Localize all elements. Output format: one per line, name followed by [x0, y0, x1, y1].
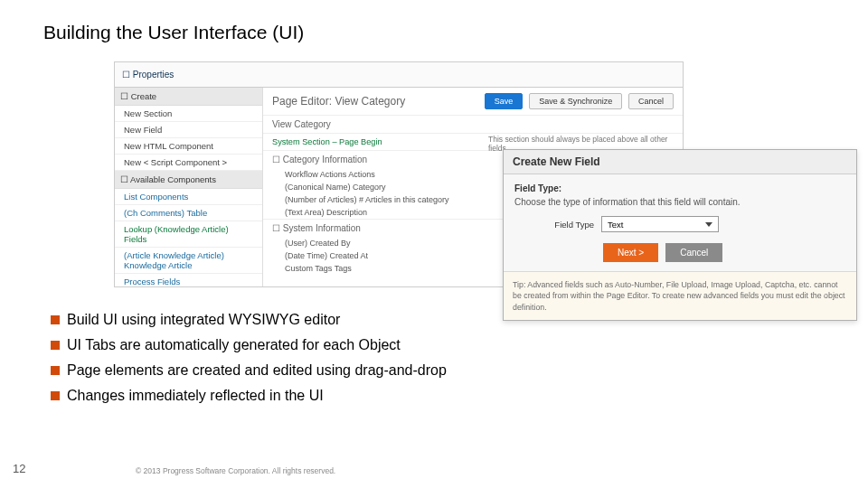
- bullet-item: Build UI using integrated WYSIWYG editor: [51, 312, 447, 328]
- save-button[interactable]: Save: [485, 93, 524, 109]
- dialog-title: Create New Field: [504, 150, 856, 174]
- chevron-down-icon: [705, 222, 712, 227]
- bullet-text: UI Tabs are automatically generated for …: [67, 337, 401, 353]
- sidebar-item[interactable]: New < Script Component >: [115, 155, 262, 171]
- sidebar-item[interactable]: (Ch Comments) Table: [115, 205, 262, 221]
- bullet-text: Page elements are created and edited usi…: [67, 362, 447, 379]
- cancel-button[interactable]: Cancel: [665, 243, 722, 262]
- page-editor-title: Page Editor: View Category: [272, 95, 405, 108]
- sidebar-item[interactable]: (Article Knowledge Article) Knowledge Ar…: [115, 248, 262, 274]
- bullet-text: Build UI using integrated WYSIWYG editor: [67, 312, 340, 328]
- field-type-select[interactable]: Text: [601, 216, 719, 232]
- properties-label: ☐ Properties: [122, 70, 174, 80]
- field-type-heading: Field Type:: [514, 183, 845, 193]
- slide: Building the User Interface (UI) ☐ Prope…: [0, 0, 868, 488]
- view-category-label: View Category: [263, 116, 683, 134]
- bullet-list: Build UI using integrated WYSIWYG editor…: [51, 303, 447, 413]
- field-type-label: Field Type: [536, 220, 594, 230]
- slide-title: Building the User Interface (UI): [43, 22, 304, 43]
- create-new-field-dialog: Create New Field Field Type: Choose the …: [503, 149, 857, 321]
- field-type-hint: Choose the type of information that this…: [514, 197, 845, 207]
- bullet-icon: [51, 315, 60, 324]
- field-type-value: Text: [608, 220, 623, 230]
- sidebar-available-header: ☐ Available Components: [115, 171, 262, 189]
- properties-bar: ☐ Properties: [115, 62, 683, 88]
- bullet-item: UI Tabs are automatically generated for …: [51, 337, 447, 353]
- dialog-tip: Tip: Advanced fields such as Auto-Number…: [504, 271, 856, 320]
- sidebar-create-header: ☐ Create: [115, 88, 262, 106]
- bullet-icon: [51, 341, 60, 350]
- bullet-item: Page elements are created and edited usi…: [51, 362, 447, 379]
- bullet-icon: [51, 391, 60, 400]
- bullet-icon: [51, 366, 60, 375]
- sidebar-item[interactable]: List Components: [115, 189, 262, 205]
- sidebar: ☐ Create New Section New Field New HTML …: [115, 88, 263, 286]
- sidebar-item[interactable]: New Section: [115, 106, 262, 122]
- bullet-item: Changes immediately reflected in the UI: [51, 388, 447, 404]
- copyright: © 2013 Progress Software Corporation. Al…: [136, 466, 335, 475]
- sidebar-item[interactable]: New HTML Component: [115, 138, 262, 155]
- sidebar-item[interactable]: New Field: [115, 122, 262, 138]
- next-button[interactable]: Next >: [603, 243, 658, 262]
- cancel-button[interactable]: Cancel: [628, 93, 674, 109]
- sidebar-item[interactable]: Lookup (Knowledge Article) Fields: [115, 221, 262, 248]
- save-sync-button[interactable]: Save & Synchronize: [529, 93, 622, 109]
- sidebar-item[interactable]: Process Fields: [115, 274, 262, 287]
- bullet-text: Changes immediately reflected in the UI: [67, 388, 324, 404]
- page-number: 12: [13, 462, 25, 475]
